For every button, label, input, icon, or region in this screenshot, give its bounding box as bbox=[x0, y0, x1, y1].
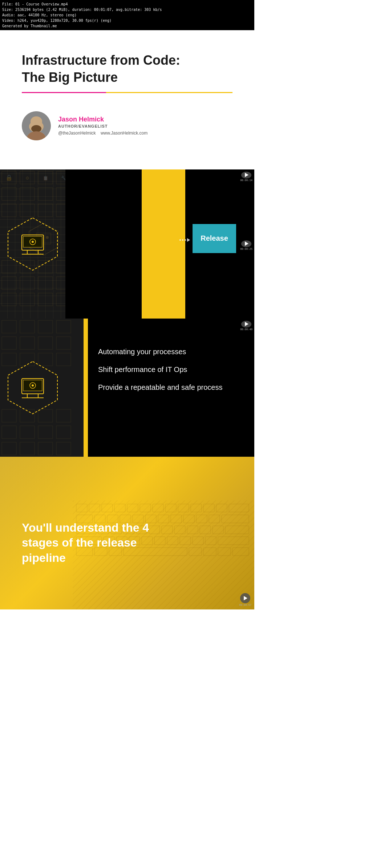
author-links: @theJasonHelmick www.JasonHelmick.com bbox=[58, 131, 147, 136]
timestamp-2: 00:00:25 bbox=[240, 248, 252, 251]
svg-rect-36 bbox=[2, 293, 16, 306]
author-info: Jason Helmick AUTHOR/EVANGELIST @theJaso… bbox=[58, 116, 147, 136]
play-triangle-4 bbox=[244, 596, 247, 600]
pipeline-center-block bbox=[65, 169, 149, 319]
svg-rect-49 bbox=[20, 320, 35, 333]
play-circle-1[interactable] bbox=[241, 172, 251, 179]
svg-rect-38 bbox=[38, 293, 53, 306]
svg-text:📋: 📋 bbox=[43, 175, 48, 181]
timestamp-3: 00:00:40 bbox=[240, 328, 252, 331]
file-info-line2: Size: 2536194 bytes (2.42 MiB), duration… bbox=[2, 7, 252, 12]
bottom-slide: You'll understand the 4 stages of the re… bbox=[0, 457, 254, 609]
play-circle-2[interactable] bbox=[241, 240, 251, 247]
bullet-item-2: Shift performance of IT Ops bbox=[98, 365, 222, 374]
author-section: Jason Helmick AUTHOR/EVANGELIST @theJaso… bbox=[22, 108, 232, 155]
svg-rect-33 bbox=[20, 277, 35, 289]
svg-rect-55 bbox=[56, 337, 71, 349]
play-button-2[interactable]: 00:00:25 bbox=[241, 240, 251, 251]
svg-rect-48 bbox=[2, 320, 16, 333]
svg-rect-18 bbox=[38, 188, 53, 200]
course-title: Infrastructure from Code: The Big Pictur… bbox=[22, 52, 232, 86]
robot-hex-icon bbox=[4, 215, 62, 273]
svg-rect-51 bbox=[56, 320, 71, 333]
play-button-4[interactable]: 00:00:57 bbox=[239, 593, 251, 607]
svg-rect-34 bbox=[38, 277, 53, 289]
file-info-line5: Generated by Thumbnail.me bbox=[2, 23, 252, 29]
svg-text:⚙: ⚙ bbox=[25, 176, 29, 181]
title-slide: Infrastructure from Code: The Big Pictur… bbox=[0, 30, 254, 169]
play-triangle-3 bbox=[245, 322, 248, 326]
play-circle-3[interactable] bbox=[241, 321, 251, 328]
svg-rect-71 bbox=[56, 442, 71, 455]
svg-rect-65 bbox=[20, 426, 35, 439]
dot3 bbox=[185, 239, 186, 241]
svg-rect-52 bbox=[2, 337, 16, 349]
bottom-text: You'll understand the 4 stages of the re… bbox=[22, 520, 167, 566]
bullet-item-1: Automating your processes bbox=[98, 348, 222, 356]
svg-point-47 bbox=[32, 241, 34, 243]
arrow-head bbox=[187, 238, 190, 242]
svg-rect-64 bbox=[2, 426, 16, 439]
file-info-line3: Audio: aac, 44100 Hz, stereo (eng) bbox=[2, 12, 252, 18]
svg-rect-66 bbox=[38, 426, 53, 439]
svg-rect-50 bbox=[38, 320, 53, 333]
dot1 bbox=[179, 239, 181, 241]
timestamp-1: 00:00:14 bbox=[240, 179, 252, 182]
play-button-3[interactable]: 00:00:40 bbox=[241, 321, 251, 331]
bottom-heading: You'll understand the 4 stages of the re… bbox=[22, 520, 167, 566]
play-triangle-2 bbox=[245, 241, 248, 246]
title-divider bbox=[22, 92, 232, 93]
file-info-line1: File: 01 - Course Overview.mp4 bbox=[2, 1, 252, 7]
file-info-bar: File: 01 - Course Overview.mp4 Size: 253… bbox=[0, 0, 254, 30]
svg-rect-53 bbox=[20, 337, 35, 349]
svg-point-79 bbox=[32, 384, 34, 387]
file-info-line4: Video: h264, yuv420p, 1280x720, 30.00 fp… bbox=[2, 18, 252, 23]
play-triangle-1 bbox=[245, 173, 248, 177]
pipeline-slide: 🔒 ⚙ 📋 🔧 bbox=[0, 169, 254, 319]
bullets-robot-hex bbox=[4, 359, 62, 417]
release-box: Release bbox=[193, 224, 236, 253]
svg-rect-69 bbox=[20, 442, 35, 455]
svg-rect-68 bbox=[2, 442, 16, 455]
play-circle-4[interactable] bbox=[240, 593, 250, 603]
svg-rect-17 bbox=[20, 188, 35, 200]
bullets-slide: Automating your processes Shift performa… bbox=[0, 319, 254, 457]
bullets-left-panel bbox=[0, 319, 87, 457]
svg-rect-67 bbox=[56, 426, 71, 439]
svg-rect-16 bbox=[2, 188, 16, 200]
release-label: Release bbox=[201, 234, 228, 243]
bullets-yellow-bar bbox=[84, 319, 88, 457]
svg-text:🔒: 🔒 bbox=[5, 174, 13, 181]
bullets-content: Automating your processes Shift performa… bbox=[98, 348, 222, 392]
author-role: AUTHOR/EVANGELIST bbox=[58, 124, 147, 128]
bullet-item-3: Provide a repeatable and safe process bbox=[98, 383, 222, 392]
dot2 bbox=[182, 239, 183, 241]
pipeline-yellow-panel bbox=[142, 169, 185, 319]
svg-rect-70 bbox=[38, 442, 53, 455]
svg-rect-37 bbox=[20, 293, 35, 306]
timestamp-4: 00:00:57 bbox=[239, 604, 251, 607]
svg-rect-32 bbox=[2, 277, 16, 289]
author-name: Jason Helmick bbox=[58, 116, 147, 123]
svg-rect-54 bbox=[38, 337, 53, 349]
author-avatar bbox=[22, 111, 51, 140]
pipeline-dotted-line bbox=[179, 238, 190, 242]
play-button-1[interactable]: 00:00:14 bbox=[241, 172, 251, 182]
author-photo bbox=[22, 111, 51, 140]
